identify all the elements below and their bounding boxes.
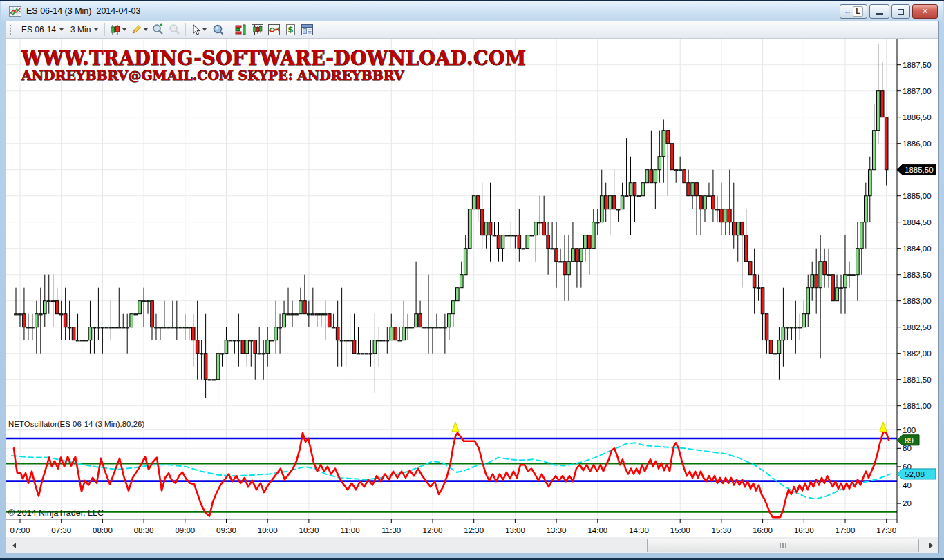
candle (836, 288, 839, 301)
minimize-button[interactable] (869, 4, 889, 19)
data-box-button[interactable] (209, 22, 226, 37)
candle (76, 340, 79, 341)
time-tick-label: 10:00 (258, 526, 278, 534)
restore-icon (898, 9, 904, 15)
candle (559, 262, 563, 262)
candle (431, 327, 435, 328)
time-tick-label: 07:00 (10, 526, 30, 534)
candle (444, 327, 447, 328)
candle (819, 262, 822, 288)
price-tick-label: 1885,00 (903, 192, 932, 200)
strategies-button[interactable]: $ (282, 22, 299, 37)
arrow-right-icon (929, 543, 933, 548)
candle (732, 222, 735, 235)
chevron-down-icon (144, 28, 148, 31)
candle (352, 340, 356, 354)
time-tick-label: 16:00 (753, 526, 773, 534)
candle (712, 196, 715, 209)
candle (183, 327, 187, 328)
time-tick-label: 08:30 (134, 526, 154, 534)
window-content: ES 06-14 3 Min (6, 21, 939, 553)
candle (518, 235, 521, 249)
candle (448, 314, 451, 327)
candle (572, 249, 575, 262)
link-letter: L (853, 6, 863, 17)
candle (811, 275, 814, 288)
candle (765, 314, 768, 340)
copyright-label: © 2014 NinjaTrader, LLC (8, 508, 104, 518)
bars-panel-button[interactable] (249, 22, 265, 37)
title-bar[interactable]: ES 06-14 (3 Min) 2014-04-03 ⇔ L ✕ (1, 1, 943, 21)
chart-canvas[interactable]: WWW.TRADING-SOFTWARE-DOWNLOAD.COMANDREYB… (6, 39, 938, 537)
candle (142, 301, 146, 302)
candle (641, 183, 645, 196)
candle (547, 235, 550, 249)
candle (299, 301, 303, 314)
chart-style-button[interactable] (108, 22, 129, 37)
scroll-left-button[interactable] (8, 539, 20, 552)
zoom-out-button[interactable] (166, 22, 182, 37)
properties-button[interactable] (299, 22, 315, 37)
time-tick-label: 15:00 (670, 526, 690, 534)
cursor-icon (191, 24, 201, 35)
cursor-button[interactable] (189, 22, 209, 37)
candle (15, 314, 18, 315)
candle (522, 249, 525, 249)
chart-area[interactable]: WWW.TRADING-SOFTWARE-DOWNLOAD.COMANDREYB… (6, 39, 938, 537)
indicators-button[interactable] (265, 22, 282, 37)
price-tick-label: 1883,00 (903, 297, 932, 305)
oscillator-value-tag: 89 (897, 435, 919, 445)
candle (629, 183, 632, 196)
svg-text:52,08: 52,08 (905, 470, 925, 479)
candle (344, 340, 348, 341)
oscillator-signal-tag: 52,08 (897, 469, 936, 479)
candle (435, 327, 439, 328)
drawing-tools-button[interactable] (129, 22, 149, 37)
horizontal-scrollbar[interactable] (6, 537, 938, 553)
time-tick-label: 08:00 (93, 526, 113, 534)
close-button[interactable]: ✕ (912, 4, 938, 19)
scroll-right-button[interactable] (925, 539, 936, 552)
app-chart-icon (9, 6, 21, 17)
candle (163, 327, 167, 328)
candle (151, 301, 154, 327)
candle (476, 196, 480, 209)
candle (101, 327, 104, 328)
close-icon: ✕ (922, 7, 928, 16)
restore-button[interactable] (891, 4, 910, 19)
link-window-button[interactable]: ⇔ L (840, 4, 867, 19)
window-title: ES 06-14 (3 Min) 2014-04-03 (26, 6, 140, 16)
chart-trader-button[interactable] (232, 22, 249, 37)
candle (538, 222, 542, 223)
strategies-icon: $ (285, 24, 296, 35)
candle (823, 262, 827, 275)
candle (27, 327, 30, 328)
candle (852, 275, 856, 276)
svg-text:WWW.TRADING-SOFTWARE-DOWNLOAD.: WWW.TRADING-SOFTWARE-DOWNLOAD.COM (21, 48, 526, 69)
instrument-selector[interactable]: ES 06-14 (18, 22, 67, 37)
candle (728, 209, 732, 222)
price-tick-label: 1882,00 (903, 349, 932, 358)
chart-window: ES 06-14 (3 Min) 2014-04-03 ⇔ L ✕ ES 06-… (0, 0, 944, 560)
candle (497, 235, 500, 249)
candle (806, 288, 810, 314)
candle (472, 196, 475, 209)
watermark: WWW.TRADING-SOFTWARE-DOWNLOAD.COMANDREYB… (21, 48, 526, 83)
candle (241, 340, 245, 354)
time-tick-label: 17:00 (836, 526, 856, 534)
last-price-tag: 1885,50 (897, 164, 936, 175)
arrow-left-icon (12, 543, 16, 548)
candle (831, 275, 835, 301)
candle (109, 327, 113, 328)
candle (394, 327, 397, 340)
candle (47, 301, 50, 302)
time-tick-label: 14:30 (629, 526, 649, 534)
candle (464, 249, 467, 275)
candle (147, 301, 150, 302)
candle (208, 380, 211, 380)
toolbar-drag-handle[interactable] (9, 24, 12, 35)
interval-selector[interactable]: 3 Min (67, 22, 102, 37)
zoom-in-button[interactable] (149, 22, 166, 37)
price-tick-label: 1881,00 (903, 402, 932, 410)
scrollbar-thumb[interactable] (647, 539, 919, 552)
